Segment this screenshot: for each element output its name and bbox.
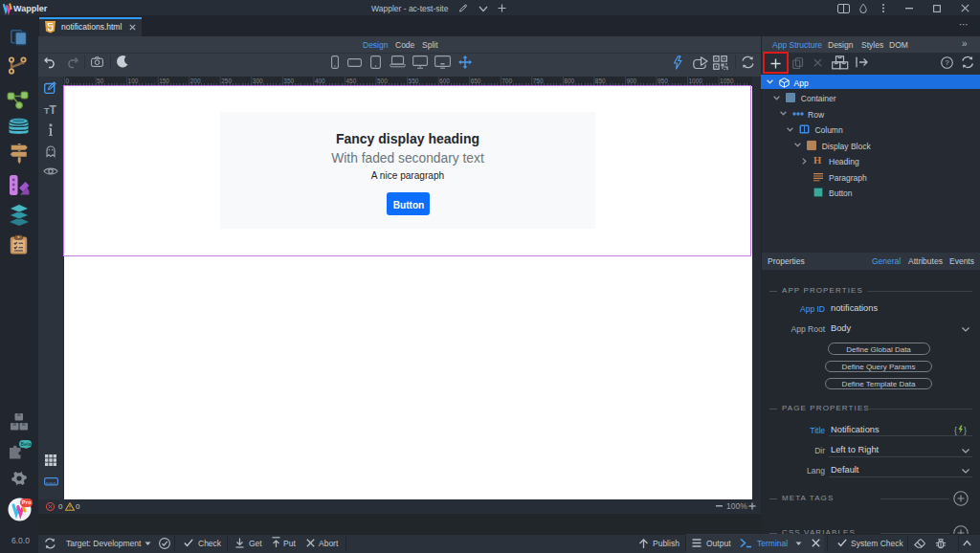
svg-text:}: } <box>964 426 967 435</box>
svg-text:{: { <box>954 426 957 435</box>
svg-text:?: ? <box>945 58 949 67</box>
